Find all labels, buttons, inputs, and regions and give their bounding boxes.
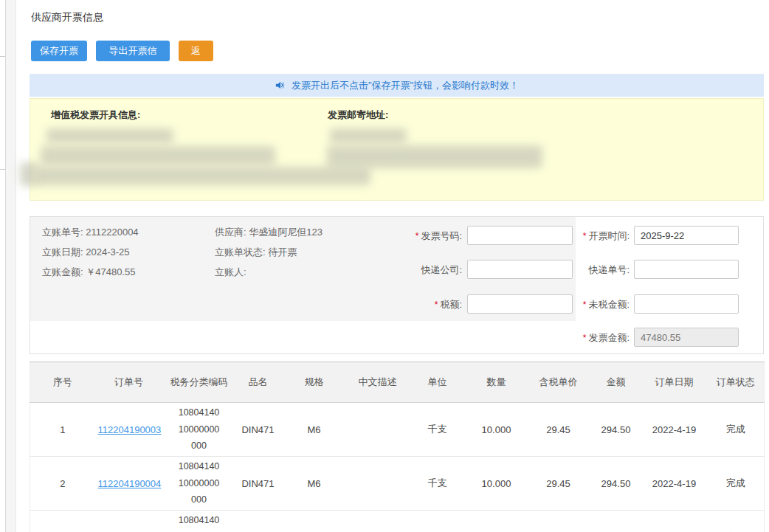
required-asterisk: * — [415, 231, 419, 241]
redacted-text-block — [46, 128, 173, 143]
notice-text: 发票开出后不点击"保存开票"按钮，会影响付款时效！ — [292, 79, 519, 92]
cell-seq: 2 — [30, 457, 95, 511]
cell-seq: 1 — [30, 403, 95, 457]
table-row: 2 112204190004 10804140 10000000 000 DIN… — [30, 457, 765, 511]
table-row: 3 112204190007 10804140 10000000 000 DIN… — [30, 511, 765, 532]
order-table: 序号 订单号 税务分类编码 品名 规格 中文描述 单位 数量 含税单价 金额 订… — [30, 362, 765, 532]
cell-qty: 10.000 — [467, 457, 526, 511]
untaxed-amount-label: 未税金额: — [588, 299, 630, 310]
col-product: 品名 — [235, 362, 281, 403]
cell-status: 完成 — [708, 403, 765, 457]
col-amount: 金额 — [591, 362, 641, 403]
courier-no-input[interactable] — [634, 260, 739, 279]
cell-status: 完成 — [708, 457, 765, 511]
cell-qty: 10.000 — [467, 511, 526, 532]
cell-tax-code: 10804140 10000000 000 — [178, 512, 221, 532]
cell-tax-code: 10804140 10000000 000 — [178, 458, 221, 508]
order-no-link[interactable]: 112204190003 — [98, 424, 162, 435]
cell-spec: M6 — [281, 403, 348, 457]
col-unit-price: 含税单价 — [526, 362, 591, 403]
bill-person-label: 立账人: — [215, 266, 246, 277]
bill-date-label: 立账日期: — [42, 246, 83, 258]
required-asterisk: * — [435, 300, 438, 310]
cell-unit-price: 29.45 — [526, 457, 591, 511]
cell-status: 完成 — [708, 511, 765, 532]
save-invoice-button[interactable]: 保存开票 — [31, 41, 87, 61]
cell-product: DIN471 — [235, 457, 281, 511]
invoice-amount-label: 发票金额: — [588, 332, 630, 343]
page-title: 供应商开票信息 — [31, 11, 103, 24]
col-unit: 单位 — [408, 362, 467, 403]
col-desc-cn: 中文描述 — [348, 362, 408, 403]
cell-product: DIN471 — [235, 403, 281, 457]
col-order-no: 订单号 — [95, 362, 163, 403]
bill-no-value: 2112220004 — [86, 227, 138, 238]
bill-status-label: 立账单状态: — [215, 246, 266, 258]
invoice-date-label: 开票时间: — [588, 230, 630, 241]
export-invoice-button[interactable]: 导出开票信息 — [96, 41, 170, 61]
invoice-date-input[interactable] — [634, 226, 739, 245]
rail-divider — [0, 169, 5, 170]
redacted-text-block — [330, 128, 407, 143]
col-tax-code: 税务分类编码 — [163, 362, 235, 403]
supplier-value: 华盛迪阿尼但123 — [249, 227, 323, 238]
redacted-text-block — [327, 145, 542, 168]
cell-product: DIN471 — [235, 511, 281, 532]
bill-amount-value: ￥47480.55 — [86, 266, 135, 277]
required-asterisk: * — [583, 333, 587, 343]
cell-spec: M6 — [281, 511, 348, 532]
rail-divider — [0, 56, 5, 57]
col-seq: 序号 — [30, 362, 95, 403]
cell-seq: 3 — [30, 511, 95, 532]
invoice-info-panel: 增值税发票开具信息: 发票邮寄地址: — [30, 98, 764, 201]
required-asterisk: * — [583, 231, 587, 241]
billing-form-section: 立账单号: 2112220004 立账日期: 2024-3-25 立账金额: ￥… — [30, 216, 764, 354]
left-sidebar-sliver — [6, 0, 16, 532]
mail-address-heading: 发票邮寄地址: — [328, 108, 388, 122]
invoice-no-label: 发票号码: — [421, 230, 462, 241]
bill-date-value: 2024-3-25 — [86, 246, 129, 258]
left-edge-rail — [0, 0, 6, 532]
invoice-amount-input — [634, 328, 739, 347]
cell-unit-price: 29.45 — [526, 511, 591, 532]
col-qty: 数量 — [467, 362, 526, 403]
required-asterisk: * — [583, 300, 587, 310]
cell-unit: 千支 — [408, 457, 467, 511]
cell-unit-price: 29.45 — [526, 403, 591, 457]
cell-desc-cn — [348, 403, 408, 457]
cell-order-date: 2022-4-19 — [641, 457, 708, 511]
cell-desc-cn — [348, 511, 408, 532]
redacted-text-block — [41, 146, 275, 165]
courier-company-label: 快递公司: — [421, 264, 462, 275]
courier-no-label: 快递单号: — [588, 264, 630, 275]
bill-no-label: 立账单号: — [42, 227, 83, 238]
col-spec: 规格 — [281, 362, 348, 403]
cell-spec: M6 — [281, 457, 348, 511]
cell-order-date: 2022-4-19 — [641, 511, 708, 532]
cell-unit: 千支 — [408, 511, 467, 532]
cell-qty: 10.000 — [467, 403, 526, 457]
supplier-label: 供应商: — [215, 227, 246, 238]
bill-status-value: 待开票 — [268, 246, 297, 258]
cell-tax-code: 10804140 10000000 000 — [178, 404, 221, 455]
vat-invoice-heading: 增值税发票开具信息: — [51, 108, 140, 122]
tax-amount-label: 税额: — [440, 299, 462, 310]
col-status: 订单状态 — [708, 362, 765, 403]
redacted-text-block — [35, 167, 370, 185]
table-header-row: 序号 订单号 税务分类编码 品名 规格 中文描述 单位 数量 含税单价 金额 订… — [30, 362, 765, 403]
col-order-date: 订单日期 — [641, 362, 708, 403]
notice-bar: 发票开出后不点击"保存开票"按钮，会影响付款时效！ — [30, 74, 764, 97]
table-row: 1 112204190003 10804140 10000000 000 DIN… — [30, 403, 765, 457]
bill-amount-label: 立账金额: — [42, 266, 83, 277]
cell-unit: 千支 — [408, 403, 467, 457]
untaxed-amount-input[interactable] — [634, 294, 739, 314]
cell-amount: 294.50 — [591, 403, 641, 457]
speaker-icon — [275, 80, 286, 91]
cell-desc-cn — [348, 457, 408, 511]
cell-amount: 294.50 — [591, 511, 641, 532]
order-no-link[interactable]: 112204190004 — [98, 478, 162, 489]
back-button[interactable]: 返回 — [179, 41, 213, 61]
cell-amount: 294.50 — [591, 457, 641, 511]
redacted-text-block — [20, 162, 38, 186]
cell-order-date: 2022-4-19 — [641, 403, 708, 457]
